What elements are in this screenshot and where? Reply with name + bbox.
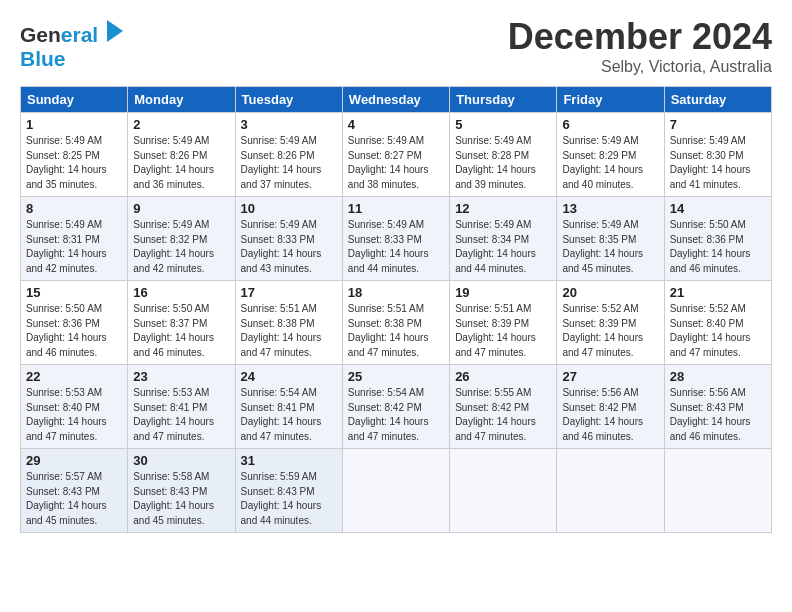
day-number: 6 xyxy=(562,117,658,132)
day-number: 13 xyxy=(562,201,658,216)
calendar-cell: 2Sunrise: 5:49 AMSunset: 8:26 PMDaylight… xyxy=(128,113,235,197)
day-info: Sunrise: 5:58 AMSunset: 8:43 PMDaylight:… xyxy=(133,470,229,528)
sunset-text: Sunset: 8:29 PM xyxy=(562,149,658,164)
sunset-text: Sunset: 8:25 PM xyxy=(26,149,122,164)
sunset-text: Sunset: 8:43 PM xyxy=(241,485,337,500)
sunrise-text: Sunrise: 5:54 AM xyxy=(348,386,444,401)
daylight-text: Daylight: 14 hours xyxy=(348,415,444,430)
sunset-text: Sunset: 8:33 PM xyxy=(348,233,444,248)
sunrise-text: Sunrise: 5:55 AM xyxy=(455,386,551,401)
daylight-text-cont: and 47 minutes. xyxy=(241,430,337,445)
sunrise-text: Sunrise: 5:50 AM xyxy=(133,302,229,317)
calendar-cell: 7Sunrise: 5:49 AMSunset: 8:30 PMDaylight… xyxy=(664,113,771,197)
day-info: Sunrise: 5:54 AMSunset: 8:41 PMDaylight:… xyxy=(241,386,337,444)
sunset-text: Sunset: 8:40 PM xyxy=(26,401,122,416)
day-info: Sunrise: 5:50 AMSunset: 8:36 PMDaylight:… xyxy=(26,302,122,360)
day-number: 16 xyxy=(133,285,229,300)
day-info: Sunrise: 5:54 AMSunset: 8:42 PMDaylight:… xyxy=(348,386,444,444)
day-number: 30 xyxy=(133,453,229,468)
col-thursday: Thursday xyxy=(450,87,557,113)
day-info: Sunrise: 5:57 AMSunset: 8:43 PMDaylight:… xyxy=(26,470,122,528)
daylight-text-cont: and 42 minutes. xyxy=(26,262,122,277)
calendar-cell: 14Sunrise: 5:50 AMSunset: 8:36 PMDayligh… xyxy=(664,197,771,281)
daylight-text-cont: and 46 minutes. xyxy=(562,430,658,445)
sunrise-text: Sunrise: 5:49 AM xyxy=(133,134,229,149)
daylight-text-cont: and 44 minutes. xyxy=(455,262,551,277)
daylight-text: Daylight: 14 hours xyxy=(455,247,551,262)
calendar-cell: 20Sunrise: 5:52 AMSunset: 8:39 PMDayligh… xyxy=(557,281,664,365)
sunrise-text: Sunrise: 5:49 AM xyxy=(241,134,337,149)
day-info: Sunrise: 5:56 AMSunset: 8:42 PMDaylight:… xyxy=(562,386,658,444)
day-info: Sunrise: 5:49 AMSunset: 8:26 PMDaylight:… xyxy=(133,134,229,192)
col-friday: Friday xyxy=(557,87,664,113)
sunset-text: Sunset: 8:42 PM xyxy=(562,401,658,416)
day-number: 1 xyxy=(26,117,122,132)
daylight-text: Daylight: 14 hours xyxy=(26,163,122,178)
sunrise-text: Sunrise: 5:56 AM xyxy=(670,386,766,401)
day-number: 11 xyxy=(348,201,444,216)
day-info: Sunrise: 5:49 AMSunset: 8:28 PMDaylight:… xyxy=(455,134,551,192)
day-number: 9 xyxy=(133,201,229,216)
daylight-text: Daylight: 14 hours xyxy=(562,331,658,346)
day-number: 3 xyxy=(241,117,337,132)
day-info: Sunrise: 5:51 AMSunset: 8:39 PMDaylight:… xyxy=(455,302,551,360)
sunrise-text: Sunrise: 5:59 AM xyxy=(241,470,337,485)
daylight-text: Daylight: 14 hours xyxy=(562,247,658,262)
sunset-text: Sunset: 8:31 PM xyxy=(26,233,122,248)
day-info: Sunrise: 5:53 AMSunset: 8:41 PMDaylight:… xyxy=(133,386,229,444)
calendar-table: Sunday Monday Tuesday Wednesday Thursday… xyxy=(20,86,772,533)
day-info: Sunrise: 5:49 AMSunset: 8:26 PMDaylight:… xyxy=(241,134,337,192)
day-info: Sunrise: 5:49 AMSunset: 8:25 PMDaylight:… xyxy=(26,134,122,192)
sunrise-text: Sunrise: 5:57 AM xyxy=(26,470,122,485)
day-info: Sunrise: 5:51 AMSunset: 8:38 PMDaylight:… xyxy=(241,302,337,360)
calendar-cell: 29Sunrise: 5:57 AMSunset: 8:43 PMDayligh… xyxy=(21,449,128,533)
sunrise-text: Sunrise: 5:49 AM xyxy=(133,218,229,233)
sunset-text: Sunset: 8:26 PM xyxy=(241,149,337,164)
sunset-text: Sunset: 8:34 PM xyxy=(455,233,551,248)
day-info: Sunrise: 5:49 AMSunset: 8:35 PMDaylight:… xyxy=(562,218,658,276)
daylight-text-cont: and 47 minutes. xyxy=(348,346,444,361)
sunrise-text: Sunrise: 5:51 AM xyxy=(241,302,337,317)
day-info: Sunrise: 5:49 AMSunset: 8:30 PMDaylight:… xyxy=(670,134,766,192)
daylight-text: Daylight: 14 hours xyxy=(133,415,229,430)
sunset-text: Sunset: 8:37 PM xyxy=(133,317,229,332)
calendar-cell: 5Sunrise: 5:49 AMSunset: 8:28 PMDaylight… xyxy=(450,113,557,197)
sunset-text: Sunset: 8:42 PM xyxy=(455,401,551,416)
calendar-cell xyxy=(664,449,771,533)
col-tuesday: Tuesday xyxy=(235,87,342,113)
calendar-cell: 8Sunrise: 5:49 AMSunset: 8:31 PMDaylight… xyxy=(21,197,128,281)
daylight-text-cont: and 41 minutes. xyxy=(670,178,766,193)
calendar-cell: 13Sunrise: 5:49 AMSunset: 8:35 PMDayligh… xyxy=(557,197,664,281)
daylight-text: Daylight: 14 hours xyxy=(670,247,766,262)
calendar-cell: 11Sunrise: 5:49 AMSunset: 8:33 PMDayligh… xyxy=(342,197,449,281)
sunrise-text: Sunrise: 5:52 AM xyxy=(562,302,658,317)
sunset-text: Sunset: 8:41 PM xyxy=(241,401,337,416)
day-info: Sunrise: 5:50 AMSunset: 8:37 PMDaylight:… xyxy=(133,302,229,360)
daylight-text: Daylight: 14 hours xyxy=(562,163,658,178)
sunset-text: Sunset: 8:26 PM xyxy=(133,149,229,164)
calendar-cell: 9Sunrise: 5:49 AMSunset: 8:32 PMDaylight… xyxy=(128,197,235,281)
calendar-cell xyxy=(450,449,557,533)
daylight-text: Daylight: 14 hours xyxy=(670,163,766,178)
sunrise-text: Sunrise: 5:49 AM xyxy=(455,218,551,233)
day-info: Sunrise: 5:49 AMSunset: 8:31 PMDaylight:… xyxy=(26,218,122,276)
daylight-text-cont: and 39 minutes. xyxy=(455,178,551,193)
sunrise-text: Sunrise: 5:49 AM xyxy=(26,134,122,149)
daylight-text-cont: and 44 minutes. xyxy=(241,514,337,529)
daylight-text-cont: and 36 minutes. xyxy=(133,178,229,193)
sunrise-text: Sunrise: 5:54 AM xyxy=(241,386,337,401)
calendar-cell xyxy=(342,449,449,533)
calendar-cell: 10Sunrise: 5:49 AMSunset: 8:33 PMDayligh… xyxy=(235,197,342,281)
day-number: 19 xyxy=(455,285,551,300)
day-number: 12 xyxy=(455,201,551,216)
sunrise-text: Sunrise: 5:49 AM xyxy=(455,134,551,149)
calendar-cell: 15Sunrise: 5:50 AMSunset: 8:36 PMDayligh… xyxy=(21,281,128,365)
sunrise-text: Sunrise: 5:49 AM xyxy=(26,218,122,233)
daylight-text: Daylight: 14 hours xyxy=(241,247,337,262)
day-number: 24 xyxy=(241,369,337,384)
calendar-cell: 6Sunrise: 5:49 AMSunset: 8:29 PMDaylight… xyxy=(557,113,664,197)
sunset-text: Sunset: 8:43 PM xyxy=(133,485,229,500)
daylight-text-cont: and 47 minutes. xyxy=(241,346,337,361)
daylight-text: Daylight: 14 hours xyxy=(562,415,658,430)
day-number: 17 xyxy=(241,285,337,300)
